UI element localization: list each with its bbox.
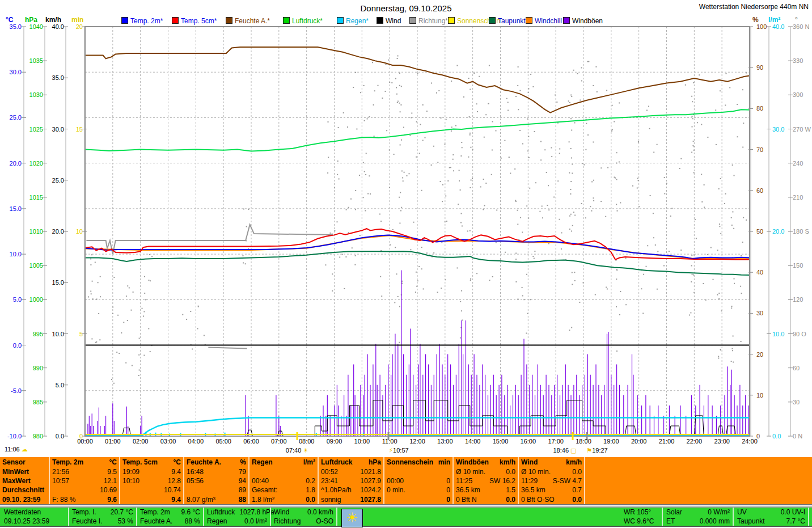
axis-tick-label: 270 W	[793, 126, 812, 133]
stats-cell: 0 Bft N0.0	[456, 495, 515, 504]
stats-cell	[387, 467, 450, 476]
wind-gusts-spikes	[88, 271, 748, 436]
footer-separator	[733, 508, 734, 526]
axis-unit-°: °	[795, 16, 798, 24]
stats-row-labels-column: SensorMinWertMaxWertDurchschnitt09.10. 2…	[0, 457, 50, 504]
bolt-icon: ⚡	[388, 447, 393, 454]
footer-cell-right-2: UV0.0 UV-ITaupunkt7.7 °C	[734, 508, 808, 526]
time-label-0700: 07:00	[268, 438, 290, 445]
footer-cell-right-0: WR 105°WC 9.6°C	[621, 508, 662, 526]
cloud-icon: ☁	[22, 446, 28, 453]
time-label-1900: 19:00	[600, 438, 623, 445]
axis-tick-label: 25.0	[0, 115, 22, 121]
stat-value: 0.0	[572, 468, 582, 476]
footer-separator	[808, 508, 809, 526]
stat-value: 12.1	[104, 477, 117, 485]
stats-cell: 23:411027.9	[321, 476, 381, 485]
time-label-2400: 24:00	[738, 438, 761, 445]
column-unit: min	[438, 458, 450, 466]
footer-cell-3: Luftdruck1027.8 hPaRegen0.0 l/m²	[204, 508, 270, 526]
stat-time-or-label: 0 min.	[387, 486, 405, 494]
legend-color-swatch	[283, 17, 290, 24]
axis-tick-label: 150	[793, 263, 812, 269]
axis-tick-label: 30.0	[0, 69, 22, 75]
stat-time-or-label: Gesamt:	[252, 486, 277, 494]
axis-tick-label: 30	[793, 399, 812, 405]
legend-label: Temp. 2m*	[130, 17, 163, 25]
time-label-0300: 03:00	[157, 438, 180, 445]
stat-time-or-label: 11:25	[456, 477, 472, 485]
stats-cell: 16:4879	[187, 467, 246, 476]
legend-color-swatch	[337, 17, 344, 24]
column-unit: %	[240, 458, 246, 466]
stat-value: 9.4	[171, 496, 181, 504]
footer-line: Temp. I.20.7 °C	[72, 508, 133, 517]
footer-line: ET0.000 mm	[666, 517, 730, 526]
stats-cell: 11:25SW 16.2	[456, 476, 515, 485]
stat-value: 1024.2	[360, 486, 381, 494]
stat-value: 0	[446, 496, 450, 504]
stat-value: 10.69	[100, 486, 117, 494]
footer-label: Solar	[666, 508, 682, 517]
stats-cell: 36.5 km1.5	[456, 485, 515, 495]
row-label: Sensor	[2, 458, 26, 466]
time-label-1400: 14:00	[462, 438, 484, 445]
stats-column-header: Feuchte A.%	[187, 458, 246, 467]
weather-app-window: Donnerstag, 09.10.2025 Wetterstation Nie…	[0, 0, 812, 528]
legend-item-windben: Windböen	[563, 17, 603, 25]
legend-color-swatch	[226, 17, 232, 24]
time-label-0900: 09:00	[323, 438, 346, 445]
stat-value: 9.5	[107, 468, 117, 476]
column-title: Temp. 5cm	[122, 458, 158, 466]
stats-column-temp-2m: Temp. 2m°C21:569.510:5712.110.69F: 88 %9…	[50, 457, 120, 504]
legend-color-swatch	[409, 17, 416, 24]
legend-item-windchill: Windchill	[526, 17, 562, 25]
time-label-1200: 12:00	[406, 438, 429, 445]
axis-tick-label: 15	[60, 126, 83, 133]
axis-tick-label: 0.0	[0, 343, 22, 349]
footer-value: 20.7 °C	[111, 508, 133, 517]
legend-item-luftdruck: Luftdruck*	[283, 17, 323, 25]
stat-value: 9.4	[171, 468, 181, 476]
axis-tick-label: 10	[60, 229, 83, 235]
stats-column-header: Sonnenscheinmin	[387, 458, 450, 467]
axis-tick-label: 60	[793, 365, 812, 371]
footer-separator	[662, 508, 663, 526]
footer-cell-right-1: Solar0 W/m²ET0.000 mm	[663, 508, 733, 526]
stat-value: 1.5	[506, 486, 515, 494]
legend-item-feuchtea: Feuchte A.*	[226, 17, 270, 25]
stat-time-or-label: 00:40	[252, 477, 269, 485]
footer-label: Feuchte A.	[140, 517, 172, 526]
stats-row-label: 09.10. 23:59	[2, 495, 46, 504]
axis-unit-°C: °C	[6, 16, 13, 24]
axis-unit-l/m²: l/m²	[768, 16, 780, 24]
stats-column-header: Windkm/h	[521, 458, 582, 467]
footer-value: 88 %	[185, 517, 200, 526]
footer-label: WR 105°	[624, 508, 651, 517]
stats-column-windb-en: Windböenkm/hØ 10 min.0.011:25SW 16.236.5…	[454, 457, 519, 504]
axis-tick-label: 80	[756, 105, 781, 112]
column-title: Windböen	[456, 458, 489, 466]
legend-item-richtung: Richtung*	[409, 17, 448, 25]
stat-value: 89	[239, 486, 246, 494]
time-label-2300: 23:00	[710, 438, 733, 445]
legend-label: Temp. 5cm*	[181, 17, 217, 25]
axis-tick-label: 1035	[20, 58, 43, 64]
stat-time-or-label: Ø 10 min.	[521, 468, 551, 476]
legend-item-taupunkt: Taupunkt*	[489, 17, 528, 25]
column-title: Luftdruck	[321, 458, 352, 466]
legend-label: Wind	[386, 17, 401, 25]
legend-color-swatch	[526, 17, 532, 24]
time-label-1100: 11:00	[378, 438, 401, 445]
stats-cell: sonnig1027.8	[321, 495, 381, 504]
axis-tick-label: 0 N	[793, 433, 812, 440]
weather-state-sun-icon: ☀	[341, 509, 363, 527]
stats-row-label: Sensor	[2, 458, 46, 467]
stat-time-or-label: F: 88 %	[52, 496, 75, 504]
legend-label: Richtung*	[418, 17, 448, 25]
column-unit: km/h	[566, 458, 582, 466]
current-weather-footer: Wetterdaten09.10.25 23:59Temp. I.20.7 °C…	[0, 506, 812, 527]
stat-time-or-label: ^1.0hPa/h	[321, 486, 352, 494]
axis-unit-%: %	[752, 16, 759, 24]
sunshine-max-time: 11:06	[5, 446, 20, 453]
